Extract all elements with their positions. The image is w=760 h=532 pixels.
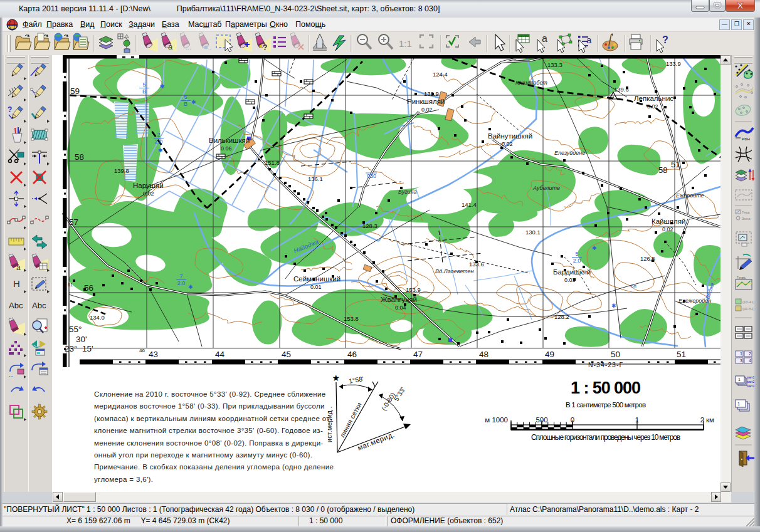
svg-text:Abc: Abc (32, 301, 46, 310)
svg-text:1: 1 (738, 377, 741, 382)
svg-text:61: 61 (68, 283, 73, 287)
svg-text:0.04: 0.04 (395, 305, 406, 311)
svg-text:✱: ✱ (160, 83, 165, 90)
svg-text:Аубелите: Аубелите (532, 185, 560, 191)
svg-text:1: 1 (737, 402, 740, 406)
svg-text:Нарушяй: Нарушяй (133, 182, 164, 189)
svg-text:Примечание. В скобках показан: Примечание. В скобках показаны деления у… (94, 463, 334, 471)
svg-text:1 : 50 000: 1 : 50 000 (571, 378, 641, 397)
svg-text:Сплошные горизонтали проведены: Сплошные горизонтали проведены через 10 … (531, 433, 680, 442)
svg-text:...: ... (186, 43, 191, 51)
svg-text:Зона: Зона (742, 217, 751, 221)
svg-text:0.02: 0.02 (662, 226, 673, 232)
svg-text:В 1 сантиметре 500 метров: В 1 сантиметре 500 метров (566, 401, 646, 409)
svg-text:0.03: 0.03 (564, 277, 576, 283)
svg-text:1: 1 (740, 352, 742, 356)
svg-text:Бугина: Бугина (398, 189, 417, 195)
svg-text:(41-51): (41-51) (742, 307, 754, 311)
svg-text:Сеймянишкий: Сеймянишкий (293, 275, 340, 283)
svg-text:58: 58 (75, 152, 84, 162)
svg-text:клонение магнитной стрелки вос: клонение магнитной стрелки восточное 3°3… (94, 427, 323, 434)
svg-text:0.01: 0.01 (310, 284, 322, 290)
svg-text:(10-41): (10-41) (742, 300, 754, 304)
svg-text:(компаса) к вертикальным линия: (компаса) к вертикальным линиям координа… (94, 415, 332, 422)
svg-text:124.4: 124.4 (433, 71, 448, 78)
svg-text:км: км (706, 416, 714, 424)
svg-text:ист.мерид .: ист.мерид . (325, 406, 333, 442)
svg-text:★: ★ (332, 373, 340, 383)
svg-text:✱: ✱ (611, 303, 616, 309)
svg-text:2: 2 (157, 132, 160, 138)
svg-text:1:1: 1:1 (399, 38, 412, 49)
svg-text:Кайшяляй: Кайшяляй (652, 217, 685, 225)
svg-text:136.1: 136.1 (308, 175, 323, 182)
svg-text:7: 7 (179, 273, 182, 279)
svg-text:Лепкальнис: Лепкальнис (634, 95, 673, 102)
svg-text:Гека: Гека (742, 211, 750, 214)
svg-text:30': 30' (76, 335, 87, 344)
svg-text:В: В (142, 88, 146, 95)
svg-text:0.06: 0.06 (221, 145, 232, 152)
svg-text:133.6: 133.6 (469, 261, 484, 268)
svg-text:141.4: 141.4 (462, 201, 477, 208)
svg-text:153.8: 153.8 (344, 315, 359, 322)
svg-text:133.9: 133.9 (666, 60, 681, 67)
svg-text:23°: 23° (65, 344, 77, 353)
svg-text:...: ... (9, 372, 14, 378)
svg-text:51: 51 (677, 350, 686, 359)
svg-text:меридианов восточное 1°58' (: меридианов восточное 1°58' (0-33). При п… (94, 402, 325, 410)
svg-text:43: 43 (149, 350, 158, 359)
svg-text:50: 50 (611, 350, 620, 359)
svg-text:0.02: 0.02 (647, 103, 658, 110)
svg-text:онный угол при переходе к м: онный угол при переходе к магнитному ази… (94, 451, 312, 459)
svg-text:128.2: 128.2 (554, 313, 569, 320)
svg-text:2.0: 2.0 (177, 280, 186, 286)
svg-text:46: 46 (139, 348, 145, 353)
svg-text:a: a (542, 33, 547, 44)
svg-text:132.9: 132.9 (424, 90, 439, 97)
svg-text:151.8: 151.8 (265, 159, 280, 166)
svg-text:128.3: 128.3 (362, 222, 377, 229)
svg-text:5: 5 (142, 81, 145, 88)
svg-text:3: 3 (740, 358, 742, 363)
svg-text:Abc: Abc (9, 301, 23, 310)
svg-text:15': 15' (82, 344, 93, 353)
svg-text:5: 5 (575, 251, 578, 257)
svg-text:Склонение на 2010 г. восточное: Склонение на 2010 г. восточное 5°33' (0-… (94, 390, 326, 398)
svg-text:030: 030 (367, 173, 376, 179)
svg-text:a: a (586, 34, 592, 45)
svg-text:45: 45 (282, 350, 291, 359)
svg-text:Бардишкяй: Бардишкяй (553, 268, 591, 276)
svg-text:51: 51 (671, 160, 680, 169)
svg-text:0.02: 0.02 (502, 141, 513, 147)
svg-text:2.0: 2.0 (155, 138, 163, 145)
svg-text:130.1: 130.1 (525, 229, 541, 236)
svg-text:57: 57 (69, 217, 78, 227)
svg-text:м 1000: м 1000 (485, 416, 508, 424)
svg-text:Юкштабет: Юкштабет (515, 80, 547, 86)
svg-text:угломера = 3,6').: угломера = 3,6'). (94, 476, 153, 483)
svg-text:2.0: 2.0 (573, 258, 581, 264)
svg-text:Ринкшяляй: Ринкшяляй (407, 98, 445, 105)
svg-text:59: 59 (70, 86, 80, 96)
svg-text:46: 46 (347, 350, 357, 359)
svg-text:✱: ✱ (158, 147, 163, 154)
svg-text:✱: ✱ (592, 245, 597, 251)
svg-text:H: H (13, 278, 20, 289)
svg-text:Жвангучяй: Жвангучяй (381, 296, 417, 303)
svg-text:134.0: 134.0 (90, 314, 105, 321)
svg-text:a: a (16, 263, 21, 272)
svg-text:44: 44 (215, 350, 225, 359)
svg-text:2: 2 (749, 352, 751, 356)
svg-text:менение склонения восточное: менение склонения восточное 0°08' (0-02)… (94, 439, 324, 447)
svg-text:Гктањ: Гктањ (737, 276, 746, 279)
svg-text:56: 56 (84, 283, 93, 293)
svg-text:Ежеройте: Ежеройте (676, 192, 704, 199)
svg-text:58: 58 (658, 165, 667, 175)
svg-text:X: X (737, 0, 743, 11)
svg-text:47: 47 (413, 350, 423, 359)
svg-text:бп: бп (631, 283, 636, 289)
svg-text:126.5: 126.5 (640, 255, 655, 262)
svg-text:Елезуйдене: Елезуйдене (554, 150, 585, 156)
svg-text:В: В (184, 101, 187, 107)
